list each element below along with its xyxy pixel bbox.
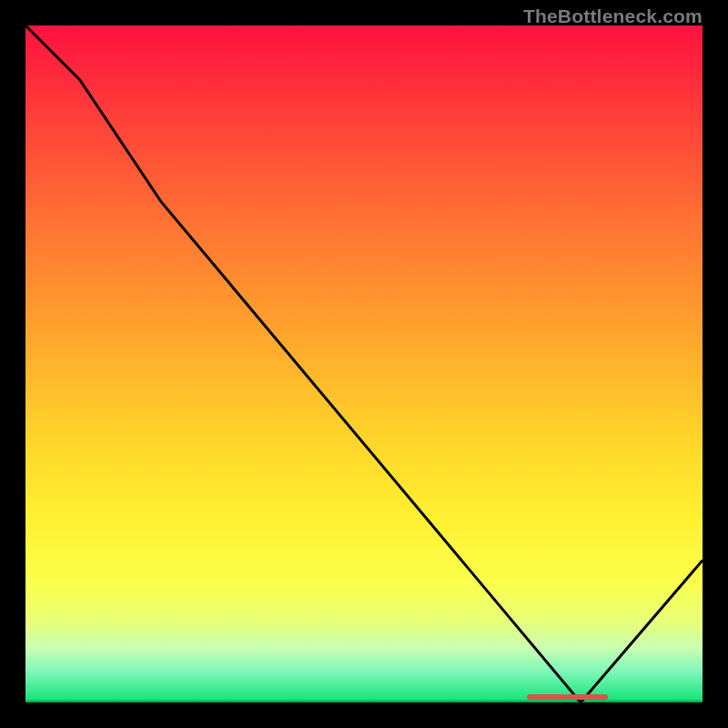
plot-area [25, 25, 703, 703]
bottleneck-curve-line [25, 25, 703, 703]
chart-container: TheBottleneck.com [0, 0, 728, 728]
optimal-range-marker [527, 694, 608, 700]
watermark-text: TheBottleneck.com [523, 5, 703, 27]
